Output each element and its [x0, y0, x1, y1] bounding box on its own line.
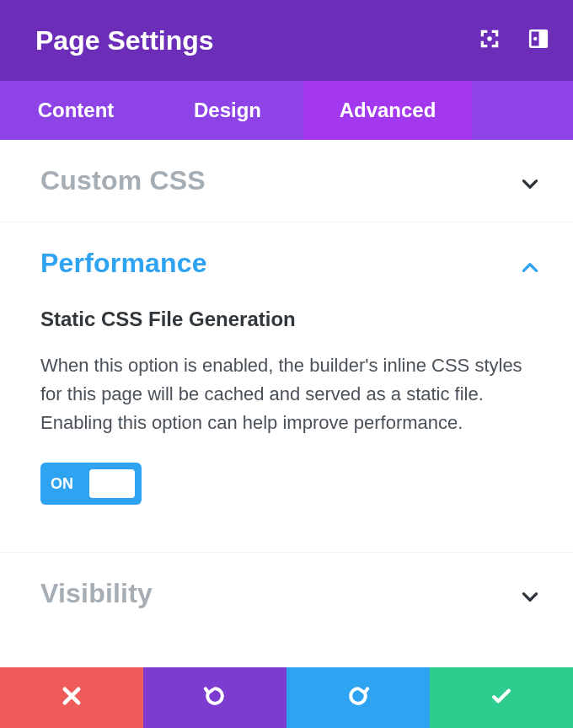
section-performance: Performance Static CSS File Generation W…	[0, 222, 573, 553]
toggle-knob	[89, 469, 135, 498]
chevron-down-icon	[519, 174, 541, 199]
modal-footer	[0, 667, 573, 728]
chevron-up-icon[interactable]	[519, 256, 541, 281]
tab-advanced[interactable]: Advanced	[303, 81, 472, 140]
modal-header: Page Settings	[0, 0, 573, 81]
focus-mode-icon[interactable]	[479, 28, 501, 53]
section-title-visibility: Visibility	[40, 578, 533, 609]
redo-icon	[345, 683, 371, 712]
tab-design[interactable]: Design	[152, 81, 303, 140]
redo-button[interactable]	[286, 667, 430, 728]
section-title-performance[interactable]: Performance	[40, 248, 533, 279]
section-custom-css[interactable]: Custom CSS	[0, 140, 573, 222]
chevron-down-icon	[519, 586, 541, 612]
save-button[interactable]	[430, 667, 573, 728]
option-title-static-css: Static CSS File Generation	[40, 308, 533, 331]
section-title-custom-css: Custom CSS	[40, 165, 533, 196]
page-title: Page Settings	[35, 25, 214, 56]
snap-right-icon[interactable]	[527, 28, 549, 53]
tab-content[interactable]: Content	[0, 81, 152, 140]
header-actions	[479, 28, 549, 53]
cancel-button[interactable]	[0, 667, 143, 728]
toggle-label: ON	[51, 475, 73, 493]
option-description-static-css: When this option is enabled, the builder…	[40, 351, 533, 437]
toggle-static-css[interactable]: ON	[40, 463, 142, 505]
svg-rect-2	[539, 30, 547, 47]
tabs: Content Design Advanced	[0, 81, 573, 140]
svg-point-3	[534, 37, 537, 40]
section-visibility[interactable]: Visibility	[0, 553, 573, 618]
svg-point-0	[488, 37, 491, 40]
close-icon	[60, 684, 83, 711]
undo-icon	[202, 683, 228, 712]
undo-button[interactable]	[143, 667, 286, 728]
check-icon	[489, 683, 514, 712]
